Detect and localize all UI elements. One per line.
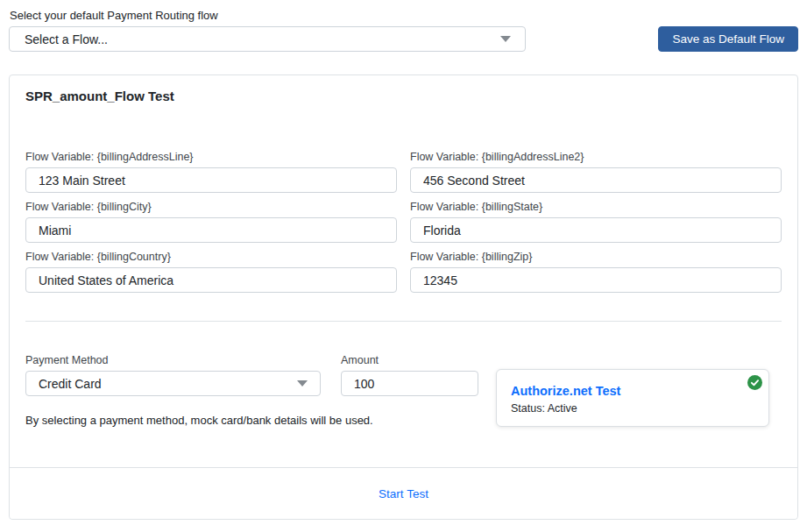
- payment-section: Payment Method Credit Card Amount By sel…: [25, 354, 782, 427]
- flow-selector-section: Select your default Payment Routing flow…: [0, 0, 807, 52]
- field-label: Flow Variable: {billingZip}: [410, 251, 782, 264]
- payment-method-value: Credit Card: [39, 377, 102, 391]
- gateway-name-link[interactable]: Authorize.net Test: [511, 385, 754, 398]
- field-label: Flow Variable: {billingState}: [410, 201, 782, 214]
- field-billing-zip: Flow Variable: {billingZip}: [410, 251, 782, 293]
- chevron-down-icon: [500, 36, 511, 42]
- payment-method-select[interactable]: Credit Card: [25, 371, 321, 396]
- flow-test-panel-body: SPR_amount_Flow Test Flow Variable: {bil…: [10, 75, 797, 427]
- flow-test-panel: SPR_amount_Flow Test Flow Variable: {bil…: [9, 74, 798, 520]
- field-billing-address-line2: Flow Variable: {billingAddressLine2}: [410, 151, 782, 193]
- field-billing-country: Flow Variable: {billingCountry}: [25, 251, 397, 293]
- flow-variables-grid: Flow Variable: {billingAddressLine} Flow…: [25, 151, 782, 301]
- payment-method-amount-row: Payment Method Credit Card Amount: [25, 354, 496, 396]
- start-test-link[interactable]: Start Test: [379, 487, 428, 500]
- mock-details-note: By selecting a payment method, mock card…: [25, 414, 496, 427]
- flow-selector-row: Select a Flow... Save as Default Flow: [9, 26, 798, 52]
- field-billing-city: Flow Variable: {billingCity}: [25, 201, 397, 243]
- chevron-down-icon: [297, 380, 308, 387]
- flow-selector-label: Select your default Payment Routing flow: [10, 10, 798, 21]
- field-billing-state: Flow Variable: {billingState}: [410, 201, 782, 243]
- field-label: Flow Variable: {billingCity}: [25, 201, 397, 214]
- amount-group: Amount: [341, 354, 478, 396]
- billing-city-input[interactable]: [25, 217, 397, 243]
- section-divider: [25, 321, 782, 322]
- billing-zip-input[interactable]: [410, 267, 782, 293]
- amount-label: Amount: [341, 354, 478, 367]
- payment-inputs-column: Payment Method Credit Card Amount By sel…: [25, 354, 496, 427]
- check-circle-icon: [747, 375, 762, 390]
- billing-country-input[interactable]: [25, 267, 397, 293]
- save-as-default-flow-button[interactable]: Save as Default Flow: [658, 26, 798, 52]
- gateway-card-authorize-net[interactable]: Authorize.net Test Status: Active: [496, 369, 769, 427]
- field-label: Flow Variable: {billingAddressLine2}: [410, 151, 782, 164]
- panel-footer: Start Test: [10, 467, 797, 519]
- field-label: Flow Variable: {billingCountry}: [25, 251, 397, 264]
- payment-method-label: Payment Method: [25, 354, 321, 367]
- amount-input[interactable]: [341, 371, 478, 396]
- field-billing-address-line: Flow Variable: {billingAddressLine}: [25, 151, 397, 193]
- default-flow-select-value: Select a Flow...: [25, 32, 108, 46]
- gateway-status: Status: Active: [511, 403, 754, 415]
- flow-test-title: SPR_amount_Flow Test: [25, 89, 782, 104]
- field-label: Flow Variable: {billingAddressLine}: [25, 151, 397, 164]
- billing-address-line-input[interactable]: [25, 167, 397, 193]
- billing-address-line2-input[interactable]: [410, 167, 782, 193]
- billing-state-input[interactable]: [410, 217, 782, 243]
- default-flow-select[interactable]: Select a Flow...: [9, 26, 526, 52]
- payment-method-group: Payment Method Credit Card: [25, 354, 321, 396]
